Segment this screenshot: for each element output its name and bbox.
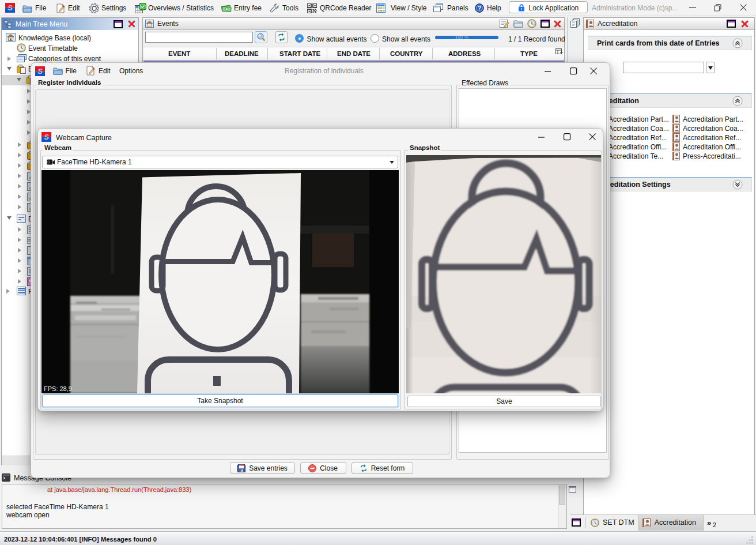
svg-text:S: S: [37, 67, 43, 76]
svg-text:S: S: [44, 133, 49, 141]
svg-text:?: ?: [478, 5, 481, 12]
svg-text:S: S: [7, 3, 13, 12]
svg-text:FPS: 28,9: FPS: 28,9: [44, 385, 72, 392]
